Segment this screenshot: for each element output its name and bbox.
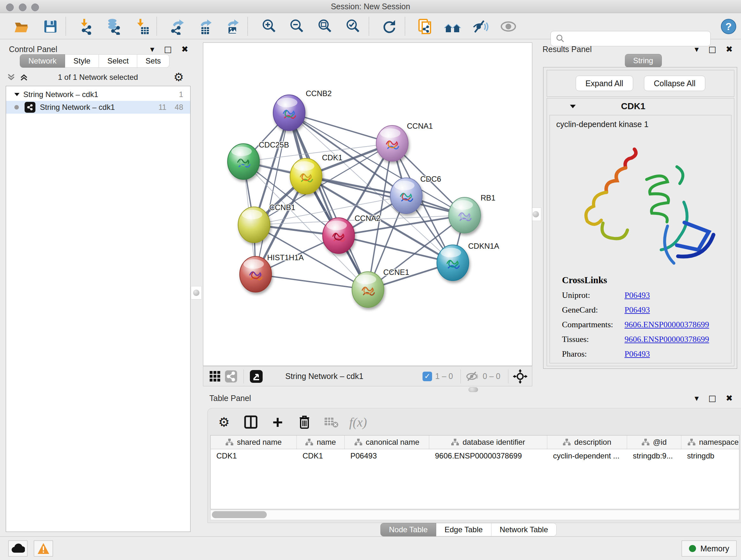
export-image-icon[interactable] [223,17,241,36]
zoom-fit-icon[interactable] [316,17,334,36]
network-edge[interactable] [256,274,368,290]
table-header-row: shared namenamecanonical namedatabase id… [211,435,739,449]
export-table-icon[interactable] [196,17,214,36]
crosslink-link[interactable]: 9606.ENSP00000378699 [624,320,709,329]
bottom-splitter-handle[interactable] [468,387,478,392]
collapse-all-icon[interactable] [6,72,17,82]
table-panel-close-icon[interactable]: ✖ [726,394,733,402]
network-node-cdkn1a[interactable] [437,245,469,281]
network-canvas[interactable]: CCNB2CCNA1CDC25BCDK1CDC6RB1CCNB1CCNA2CDK… [203,43,532,366]
network-node-ccna1[interactable] [376,125,408,161]
network-node-ccnb1[interactable] [238,207,270,243]
network-options-gear-icon[interactable]: ⚙ [174,71,184,84]
table-panel-menu-icon[interactable]: ▾ [695,394,699,402]
left-splitter-handle[interactable] [191,286,202,300]
warnings-button[interactable] [34,541,53,557]
tab-node-table[interactable]: Node Table [381,523,436,537]
show-columns-icon[interactable] [243,414,259,430]
network-share-view-icon[interactable] [223,368,239,384]
column-header-database-identifier[interactable]: database identifier [429,435,547,449]
crosslink-row: GeneCard:P06493 [562,305,728,315]
grid-view-icon[interactable] [207,368,223,384]
tab-edge-table[interactable]: Edge Table [436,523,491,537]
table-hscrollbar-thumb[interactable] [212,511,267,518]
crosslink-link[interactable]: P06493 [624,305,650,315]
houses-icon[interactable] [444,17,461,36]
node-label-ccna1: CCNA1 [407,122,433,130]
column-header-shared-name[interactable]: shared name [211,435,297,449]
zoom-in-icon[interactable] [260,17,278,36]
network-node-rb1[interactable] [449,197,481,233]
refresh-icon[interactable] [381,17,398,36]
expand-all-icon[interactable] [18,72,29,82]
zoom-out-icon[interactable] [288,17,306,36]
memory-button[interactable]: Memory [682,541,737,557]
tab-sets[interactable]: Sets [137,54,170,68]
network-collection-row[interactable]: String Network – cdk1 1 [6,88,190,101]
table-cell[interactable]: 9606.ENSP00000378699 [429,449,547,462]
node-label-cdkn1a: CDKN1A [468,242,499,250]
results-panel-menu-icon[interactable]: ▾ [695,45,699,53]
table-row[interactable]: CDK1CDK1P064939606.ENSP00000378699cyclin… [211,449,739,462]
delete-column-icon[interactable] [296,414,313,430]
network-node-cdc6[interactable] [390,178,422,213]
column-header-canonical-name[interactable]: canonical name [345,435,429,449]
import-network-icon[interactable] [77,17,95,36]
tab-network-table[interactable]: Network Table [491,523,557,537]
copy-network-icon[interactable] [416,17,434,36]
node-label-hist1h1a: HIST1H1A [267,253,304,262]
results-panel-close-icon[interactable]: ✖ [726,45,733,53]
table-options-gear-icon[interactable]: ⚙ [216,414,232,430]
table-cell[interactable]: P06493 [345,449,429,462]
table-cell[interactable]: cyclin-dependent ... [547,449,627,462]
network-edge[interactable] [339,236,453,263]
tab-string[interactable]: String [625,54,662,67]
eye-show-icon[interactable] [499,17,517,36]
create-column-icon[interactable]: + [270,414,286,430]
import-table-icon[interactable] [133,17,151,36]
table-cell[interactable]: CDK1 [297,449,345,462]
results-panel-float-icon[interactable]: □ [709,45,717,53]
table-cell[interactable]: stringdb [681,449,739,462]
tab-select[interactable]: Select [99,54,137,68]
column-header-name[interactable]: name [297,435,345,449]
table-panel-float-icon[interactable]: □ [709,394,717,402]
zoom-selected-icon[interactable] [344,17,362,36]
memory-status-dot [689,545,696,552]
tab-network[interactable]: Network [20,54,65,68]
tab-style[interactable]: Style [65,54,99,68]
network-node-cdk1[interactable] [290,159,322,194]
network-row[interactable]: String Network – cdk1 11 48 [6,101,190,114]
eye-hide-icon[interactable] [472,17,489,36]
control-panel-float-icon[interactable]: □ [164,45,172,53]
birds-eye-toggle-icon[interactable] [513,369,528,384]
column-header-description[interactable]: description [547,435,627,449]
help-icon[interactable]: ? [720,17,738,36]
detach-view-icon[interactable] [248,368,264,384]
control-panel-close-icon[interactable]: ✖ [181,45,188,53]
save-icon[interactable] [42,17,59,36]
crosslink-link[interactable]: P06493 [624,349,650,359]
import-database-icon[interactable] [105,17,123,36]
tree-expander-icon[interactable] [14,92,20,97]
cloud-button[interactable] [8,541,27,557]
table-cell[interactable]: CDK1 [211,449,297,462]
control-panel-menu-icon[interactable]: ▾ [150,45,154,53]
crosslink-link[interactable]: 9606.ENSP00000378699 [624,334,709,344]
column-header--id[interactable]: @id [627,435,681,449]
network-node-hist1h1a[interactable] [240,256,272,292]
network-node-ccna2[interactable] [323,218,354,253]
table-cell[interactable]: stringdb:9... [627,449,681,462]
network-node-cdc25b[interactable] [227,144,259,179]
expand-all-button[interactable]: Expand All [576,76,633,91]
crosslink-link[interactable]: P06493 [624,291,650,300]
column-header-namespace[interactable]: namespace [681,435,739,449]
collapse-all-button[interactable]: Collapse All [644,76,705,91]
open-icon[interactable] [13,17,30,36]
network-node-ccne1[interactable] [352,272,384,307]
selected-count-checkbox[interactable]: ✓ [422,372,432,381]
network-node-ccnb2[interactable] [273,95,305,131]
gene-expander-icon[interactable] [569,104,576,109]
export-network-icon[interactable] [169,17,186,36]
network-edge[interactable] [289,113,368,290]
